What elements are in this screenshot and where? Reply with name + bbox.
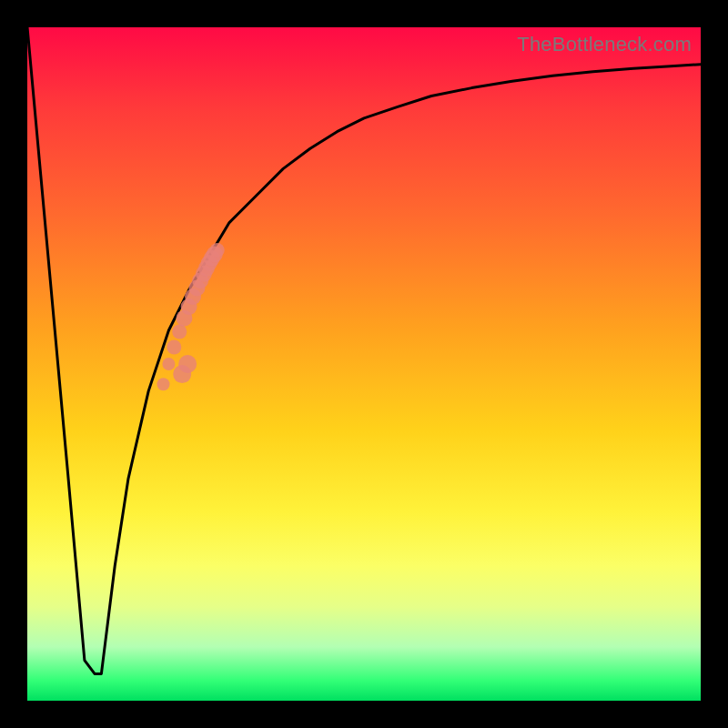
highlight-dots-group [157,243,224,390]
highlight-dot [157,378,169,390]
chart-frame: TheBottleneck.com [0,0,728,728]
highlight-dot [172,324,187,339]
chart-svg [27,27,701,701]
plot-area: TheBottleneck.com [27,27,701,701]
bottleneck-curve [27,27,701,673]
highlight-dot [167,340,181,355]
highlight-dot [210,243,225,258]
highlight-dot [178,355,197,373]
highlight-dot [162,358,175,370]
